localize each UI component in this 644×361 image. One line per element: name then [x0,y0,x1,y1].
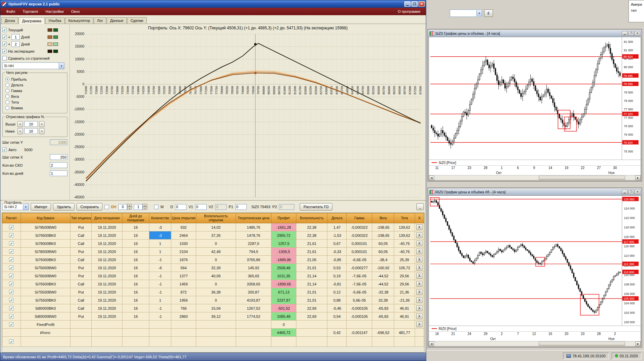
delete-row-button[interactable]: X [416,265,422,271]
title-bar[interactable]: SiZ0 График цены и объёма - [4 часа] ▁ ❐… [429,30,641,37]
column-header[interactable]: Количество [149,213,171,223]
chevron-down-icon[interactable]: ▼ [23,204,28,210]
title-bar[interactable]: OptionFVV версия 2.1 public ▁ ❐ ✕ [0,0,426,8]
decrease-button[interactable]: < [18,121,23,127]
delete-row-button[interactable]: X [416,249,422,254]
row-checkbox[interactable]: ✓ [9,290,13,294]
x-cell[interactable]: X [415,223,424,231]
close-button[interactable]: ✕ [418,1,425,7]
table-row[interactable]: ✓Si79500BK0Call19.11.202016-3246437,2614… [2,231,424,240]
auto-grid-row[interactable]: ✓ Авто 5000 [2,147,67,152]
x-cell[interactable]: X [415,264,424,272]
row-checkbox[interactable]: ✓ [9,314,13,318]
row-checkbox[interactable]: ✓ [9,257,13,262]
row-checkbox[interactable]: ✓ [9,225,13,229]
days-count-input[interactable] [50,170,67,176]
scroll-thumb[interactable] [539,342,625,346]
table-row[interactable]: Итого:4465,720,42-0,001147-696,52481,77 [2,329,424,337]
payoff-chart[interactable]: 20000150001000050000-5000-10000-15000-20… [70,32,424,200]
row-check-cell[interactable]: ✓ [2,272,21,280]
row-check-cell[interactable]: ✓ [2,321,21,329]
radio-icon[interactable] [5,106,9,110]
portfolio-strategy-combobox[interactable]: Si НН 2 ▼ [2,203,29,210]
column-header[interactable]: Тип опциона [70,213,92,223]
radio-icon[interactable] [5,83,9,87]
collapse-panel-button[interactable]: _ [416,203,424,210]
x-cell[interactable]: X [415,288,424,296]
riz0-candle-chart[interactable]: 100 000102 000104 000106 000108 000110 0… [429,196,641,326]
p1-input[interactable] [235,204,247,210]
maximize-button[interactable]: ❐ [628,190,634,194]
table-row[interactable]: ✓Si75500BW0Put19.11.202016-187236,38200,… [2,288,424,296]
row-check-cell[interactable]: ✓ [2,304,21,312]
strategy-combobox[interactable]: Si НН ▼ [2,62,64,69]
below-percent-input[interactable] [24,128,38,134]
row-check-cell[interactable]: ✓ [2,240,21,248]
series-toggle-current[interactable]: ✓ Текущий [2,27,67,33]
draw-option-Тета[interactable]: Тета [5,100,64,104]
draw-option-Вега[interactable]: Вега [5,94,64,99]
table-row[interactable]: ✓Si76500BK0Call19.11.202016-1145903358,6… [2,280,424,288]
scroll-track[interactable] [434,175,635,180]
column-header[interactable]: Расчет [2,213,21,223]
siz0-candle-chart[interactable]: 75 00075 50076 00076 50077 00077 50078 0… [429,37,641,160]
menu-item-Окно[interactable]: Окно [67,8,84,15]
column-header[interactable]: Гамма [347,213,372,223]
row-check-cell[interactable]: ✓ [2,223,21,231]
delete-row-button[interactable]: X [416,273,422,279]
table-row[interactable]: ✓ [2,337,424,347]
delete-row-button[interactable]: X [416,257,422,262]
x-cell[interactable]: X [415,280,424,288]
table-row[interactable]: ✓Si80000BW0Put19.11.202016-1286039,12177… [2,312,424,321]
increase-button[interactable]: > [39,121,45,127]
v1-input[interactable] [195,204,207,210]
delete-row-button[interactable]: X [416,297,422,303]
spinner-input[interactable] [118,204,127,210]
row-check-cell[interactable] [2,329,21,337]
column-header[interactable]: Волатильность открытия [196,213,236,223]
table-row[interactable]: ✓Si79500BW0Put19.11.202016-393214,021485… [2,223,424,231]
scroll-right-icon[interactable]: ► [635,175,641,180]
minimize-button[interactable]: ▁ [404,1,411,7]
column-header[interactable]: X [415,213,424,223]
checkbox-icon[interactable]: ✓ [2,147,7,152]
row-checkbox[interactable]: ✓ [9,233,13,238]
delete-button[interactable]: Удалить [53,203,75,211]
maximize-button[interactable]: ❐ [628,31,634,36]
x-cell[interactable]: X [415,304,424,312]
draw-option-Вомма[interactable]: Вомма [5,106,64,110]
import-button[interactable]: Импорт [31,203,51,211]
title-bar[interactable]: RIZ0 График цены и объёма #8 - [4 часа] … [429,189,641,195]
days-plus1-input[interactable] [11,34,20,40]
scroll-left-icon[interactable]: ◄ [429,175,434,180]
x-cell[interactable]: X [415,296,424,304]
checkbox-icon[interactable]: ✓ [2,35,7,39]
spin-down-icon[interactable]: ▼ [127,207,132,210]
scroll-thumb[interactable] [539,176,625,180]
series-toggle-expiration[interactable]: ✓ На экспирацию [2,48,67,54]
checkbox-icon[interactable]: ✓ [2,49,7,53]
symbol-combobox[interactable]: ▼ [450,9,482,17]
row-checkbox[interactable]: ✓ [9,266,13,270]
delete-row-button[interactable]: X [416,305,422,311]
row-check-cell[interactable]: ✓ [2,280,21,288]
tab-Доска[interactable]: Доска [1,17,18,24]
row-checkbox[interactable]: ✓ [9,298,13,302]
increase-button[interactable]: > [39,128,45,134]
sko-input[interactable] [50,162,67,168]
column-header[interactable]: Профит [271,213,296,223]
scroll-left-icon[interactable]: ◄ [429,341,434,346]
row-check-cell[interactable]: ✓ [2,337,21,347]
row-checkbox[interactable]: ✓ [9,241,13,246]
series-toggle-plus2[interactable]: ✓ + Дней [2,41,67,47]
row-checkbox[interactable]: ✓ [9,322,13,327]
column-header[interactable]: Теоретическая цена [236,213,271,223]
delete-row-button[interactable]: X [416,281,422,287]
x-cell[interactable]: X [415,248,424,256]
row-check-cell[interactable]: ✓ [2,288,21,296]
spin-up-icon[interactable]: ▲ [127,204,132,207]
row-checkbox[interactable]: ✓ [9,282,13,286]
x-cell[interactable]: X [415,231,424,240]
row-checkbox[interactable]: ✓ [9,306,13,310]
p2-input[interactable] [279,204,294,210]
